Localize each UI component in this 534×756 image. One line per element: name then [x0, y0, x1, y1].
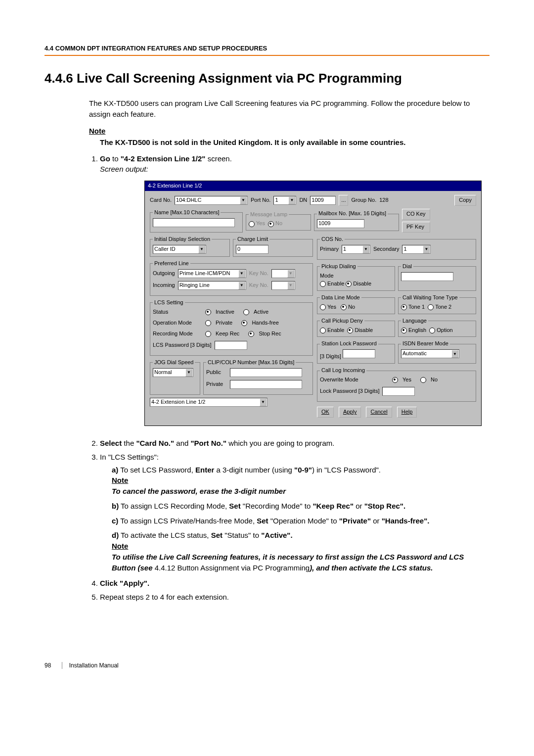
- card-no-select[interactable]: 104:DHLC: [175, 196, 248, 205]
- message-lamp-legend: Message Lamp: [249, 211, 289, 219]
- step-3c: c) To assign LCS Private/Hands-free Mode…: [112, 516, 490, 526]
- dialog-window: 4-2 Extension Line 1/2 Card No. 104:DHLC…: [144, 181, 482, 426]
- cpd-disable-radio[interactable]: [347, 328, 353, 333]
- incoming-keyno: [271, 281, 295, 290]
- recmode-keep-radio[interactable]: [205, 331, 211, 337]
- tone1-radio[interactable]: [401, 304, 407, 310]
- clip-colp-legend: CLIP/COLP Number [Max.16 Digits]: [206, 359, 296, 367]
- dial-legend: Dial: [401, 263, 413, 271]
- pickup-enable-radio[interactable]: [320, 281, 326, 287]
- pf-key-button[interactable]: PF Key: [402, 222, 430, 233]
- step-3a: a) To set LCS Password, Enter a 3-digit …: [112, 465, 490, 497]
- name-legend: Name [Max.10 Characters]: [153, 209, 221, 217]
- cpd-enable-radio[interactable]: [320, 328, 326, 333]
- pickup-dialing-legend: Pickup Dialing: [320, 263, 357, 271]
- page-footer: 98 Installation Manual: [44, 662, 490, 669]
- cos-primary-select[interactable]: 1: [342, 245, 370, 254]
- clip-private-field[interactable]: [230, 380, 302, 389]
- dlm-yes-radio[interactable]: [320, 304, 326, 310]
- station-lock-pwd-legend: Station Lock Password: [320, 340, 378, 348]
- step-3b: b) To assign LCS Recording Mode, Set "Re…: [112, 501, 490, 512]
- dn-browse-button[interactable]: ...: [339, 195, 348, 206]
- page-title: 4.4.6 Live Call Screening Assignment via…: [44, 71, 490, 86]
- page-number: 98: [44, 662, 51, 669]
- mailbox-field[interactable]: 1009: [317, 219, 364, 228]
- opmode-hf-radio[interactable]: [241, 320, 247, 326]
- help-button[interactable]: Help: [397, 407, 417, 418]
- footer-text: Installation Manual: [62, 662, 119, 669]
- incoming-select[interactable]: Ringing Line: [178, 281, 246, 290]
- cos-secondary-select[interactable]: 1: [402, 245, 431, 254]
- group-no-value: 128: [379, 196, 388, 204]
- name-field[interactable]: [153, 218, 235, 227]
- preferred-line-legend: Preferred Line: [153, 260, 190, 268]
- card-no-label: Card No.: [150, 196, 172, 204]
- step-2: Select the "Card No." and "Port No." whi…: [100, 438, 490, 449]
- isdn-bearer-select[interactable]: Automatic: [401, 349, 459, 358]
- station-lock-pwd-field[interactable]: [343, 349, 375, 358]
- opmode-private-radio[interactable]: [205, 320, 211, 326]
- group-no-label: Group No.: [351, 196, 376, 204]
- charge-limit-legend: Charge Limit: [236, 236, 269, 243]
- overwrite-yes-radio[interactable]: [392, 377, 398, 383]
- isdn-bearer-legend: ISDN Bearer Mode: [401, 340, 450, 348]
- co-key-button[interactable]: CO Key: [402, 209, 430, 220]
- lcs-password-field[interactable]: [215, 341, 247, 350]
- screen-output-label: Screen output:: [100, 165, 148, 173]
- dn-label: DN: [299, 196, 307, 204]
- lcs-setting-legend: LCS Setting: [153, 299, 185, 307]
- step-3: In "LCS Settings": a) To set LCS Passwor…: [100, 452, 490, 573]
- port-no-label: Port No.: [251, 196, 270, 204]
- status-active-radio[interactable]: [243, 309, 249, 315]
- jog-dial-select[interactable]: Normal: [153, 368, 193, 377]
- tone2-radio[interactable]: [428, 304, 434, 310]
- charge-limit-field[interactable]: 0: [236, 245, 268, 254]
- dn-field[interactable]: 1009: [310, 196, 336, 205]
- call-log-incoming-legend: Call Log Incoming: [320, 367, 366, 375]
- lang-en-radio[interactable]: [401, 328, 407, 333]
- dlm-no-radio[interactable]: [341, 304, 347, 310]
- init-disp-select[interactable]: Caller ID: [153, 245, 206, 254]
- overwrite-no-radio[interactable]: [420, 377, 426, 383]
- recmode-stop-radio[interactable]: [248, 331, 254, 337]
- call-pickup-deny-legend: Call Pickup Deny: [320, 317, 364, 325]
- call-waiting-tone-legend: Call Waiting Tone Type: [401, 294, 459, 302]
- page-select[interactable]: 4-2 Extension Line 1/2: [150, 398, 267, 407]
- note-label: Note: [89, 127, 490, 135]
- apply-button[interactable]: Apply: [339, 407, 361, 418]
- note-body-a: To cancel the password, erase the 3-digi…: [112, 487, 286, 495]
- jog-dial-legend: JOG Dial Speed: [153, 359, 195, 367]
- lock-pwd-field[interactable]: [382, 387, 415, 396]
- cancel-button[interactable]: Cancel: [366, 407, 392, 418]
- note-label-d: Note: [112, 541, 490, 552]
- data-line-mode-legend: Data Line Mode: [320, 294, 361, 302]
- mailbox-legend: Mailbox No. [Max. 16 Digits]: [317, 210, 388, 218]
- outgoing-keyno: [271, 269, 295, 278]
- step-1: Go to "4-2 Extension Line 1/2" screen. S…: [100, 153, 490, 426]
- pickup-disable-radio[interactable]: [346, 281, 352, 287]
- status-inactive-radio[interactable]: [205, 309, 211, 315]
- port-no-select[interactable]: 1: [273, 196, 296, 205]
- step-3d: d) To activate the LCS status, Set "Stat…: [112, 530, 490, 573]
- window-titlebar: 4-2 Extension Line 1/2: [145, 181, 481, 191]
- intro-text: The KX-TD500 users can program Live Call…: [89, 98, 490, 120]
- lang-opt-radio[interactable]: [429, 328, 435, 333]
- ok-button[interactable]: OK: [317, 407, 334, 418]
- step-4: Click "Apply".: [100, 578, 490, 589]
- section-header: 4.4 COMMON DPT INTEGRATION FEATURES AND …: [44, 45, 490, 56]
- clip-public-field[interactable]: [230, 368, 302, 377]
- outgoing-select[interactable]: Prime Line-ICM/PDN: [178, 269, 246, 278]
- dial-field[interactable]: [401, 272, 453, 281]
- language-legend: Language: [401, 317, 428, 325]
- note-body: The KX-TD500 is not sold in the United K…: [100, 137, 490, 147]
- init-disp-legend: Initial Display Selection: [153, 236, 212, 243]
- note-label-a: Note: [112, 475, 490, 486]
- step-5: Repeat steps 2 to 4 for each extension.: [100, 592, 490, 603]
- copy-button[interactable]: Copy: [454, 195, 476, 206]
- cos-no-legend: COS No.: [320, 236, 345, 243]
